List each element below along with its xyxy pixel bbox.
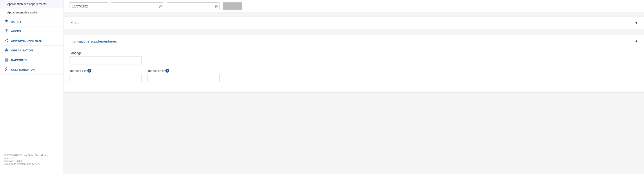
plus-title: Plus...: [70, 21, 79, 25]
identifier2-input[interactable]: [148, 74, 220, 82]
identifier1-field: identifier1 fr ?: [70, 69, 142, 82]
version-link[interactable]: 3.14.0: [15, 160, 22, 163]
identifier2-label-wrap: identifier2 fr ?: [148, 69, 220, 73]
actifs-label: ACTIFS: [11, 20, 22, 23]
langage-input[interactable]: [70, 56, 142, 64]
identifier1-input[interactable]: [70, 74, 142, 82]
date-version: Date de la version: 04/05/2022: [4, 163, 59, 165]
sidebar-item-label: Appariement des audits: [7, 11, 38, 14]
svg-point-3: [5, 40, 6, 41]
copyright-text: © 2010-2022 Okiok Data. Tous droits rése…: [4, 154, 59, 160]
identifier2-field: identifier2 fr ?: [148, 69, 220, 82]
svg-point-20: [6, 69, 7, 70]
svg-rect-8: [5, 50, 6, 51]
svg-point-4: [8, 41, 8, 42]
gear-icon: [4, 67, 9, 72]
info-section-header[interactable]: Informations supplémentaires ▲: [64, 35, 644, 47]
sidebar-item-label: Approbation des appariements: [7, 2, 46, 6]
top-date-row: @ @: [64, 0, 644, 13]
identifier1-help-icon[interactable]: ?: [87, 69, 91, 73]
identifier2-help-icon[interactable]: ?: [165, 69, 169, 73]
date-input-wrap: [70, 2, 108, 10]
identifier1-label: identifier1 fr: [70, 69, 86, 73]
sidebar-item-configuration[interactable]: CONFIGURATION: [0, 65, 64, 74]
sidebar-item-organisation[interactable]: ORGANISATION: [0, 46, 64, 55]
main-content: @ @ Plus... ▼ Informations supplémentair…: [64, 0, 644, 174]
identifier2-label: identifier2 fr: [148, 69, 164, 73]
version-line: Version: 3.14.0: [4, 160, 59, 163]
gap2: [64, 31, 644, 33]
identifier-row: identifier1 fr ? identifier2 fr ?: [70, 69, 638, 87]
email2-wrap: @: [167, 2, 220, 10]
svg-line-6: [6, 41, 8, 42]
sidebar-item-appariement[interactable]: Appariement des audits: [0, 8, 64, 17]
identifier1-label-wrap: identifier1 fr ?: [70, 69, 142, 73]
svg-line-5: [6, 39, 8, 40]
gap1: [64, 13, 644, 15]
org-icon: [4, 48, 9, 53]
approvisionnement-label: APPROVISIONNEMENT: [11, 39, 42, 42]
email1-wrap: @: [111, 2, 164, 10]
chevron-up-icon: ▲: [634, 39, 638, 43]
sidebar-item-acces[interactable]: ACCÈS: [0, 26, 64, 36]
plus-section-header[interactable]: Plus... ▼: [64, 17, 644, 29]
sidebar: Approbation des appariements Appariement…: [0, 0, 64, 174]
wifi-icon: [4, 29, 9, 33]
configuration-label: CONFIGURATION: [11, 68, 35, 71]
svg-point-0: [5, 20, 8, 21]
chevron-down-icon: ▼: [634, 21, 638, 25]
svg-rect-7: [6, 48, 7, 49]
organisation-label: ORGANISATION: [11, 49, 33, 52]
action-button[interactable]: [222, 2, 242, 10]
acces-label: ACCÈS: [11, 30, 21, 33]
sidebar-item-approvisionnement[interactable]: APPROVISIONNEMENT: [0, 36, 64, 46]
langage-label: Langage: [70, 51, 638, 55]
svg-point-2: [8, 39, 8, 40]
db-icon: [4, 19, 9, 24]
doc-icon: [4, 58, 9, 62]
date-field[interactable]: [70, 2, 108, 10]
langage-field: Langage: [70, 51, 638, 64]
share-icon: [4, 38, 9, 43]
gap3: [64, 94, 644, 96]
version-label: Version:: [4, 160, 14, 163]
svg-rect-10: [7, 50, 8, 51]
email2-field[interactable]: [167, 2, 220, 10]
sidebar-item-rapports[interactable]: RAPPORTS: [0, 55, 64, 65]
sidebar-footer: © 2010-2022 Okiok Data. Tous droits rése…: [0, 150, 64, 169]
info-section-body: Langage identifier1 fr ? identifier2 fr …: [64, 47, 644, 92]
sidebar-item-actifs[interactable]: ACTIFS: [0, 17, 64, 26]
svg-point-1: [6, 32, 7, 32]
rapports-label: RAPPORTS: [11, 59, 27, 61]
svg-rect-9: [6, 50, 7, 51]
email1-field[interactable]: [111, 2, 164, 10]
bottom-area: [64, 96, 644, 116]
info-section: Informations supplémentaires ▲ Langage i…: [64, 35, 644, 93]
plus-section: Plus... ▼: [64, 16, 644, 29]
sidebar-item-approbation[interactable]: Approbation des appariements: [0, 0, 64, 8]
info-title: Informations supplémentaires: [70, 39, 117, 43]
